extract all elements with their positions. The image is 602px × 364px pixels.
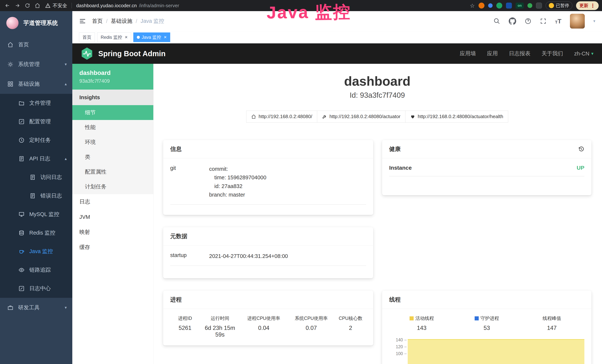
sba-nav-jvm[interactable]: JVM [72,209,153,225]
sba-nav-caches[interactable]: 缓存 [72,240,153,255]
process-col-pid: 进程ID5261 [170,315,200,338]
sidebar-item-access-log[interactable]: 访问日志 [0,168,72,187]
info-key: git [170,165,209,199]
document-icon [30,174,36,180]
breadcrumb-infra[interactable]: 基础设施 [111,17,132,25]
sba-language-select[interactable]: zh-CN ▾ [574,51,593,57]
address-bar[interactable]: 不安全 dashboard.yudao.iocoder.cn/infra/adm… [45,2,179,9]
card-title: 信息 [163,140,373,158]
sba-nav-config-props[interactable]: 配置属性 [72,164,153,179]
heart-icon [410,114,415,119]
clock-icon [19,137,24,143]
sba-nav-details[interactable]: 细节 [72,105,153,120]
sidebar-item-redis-monitor[interactable]: Redis 监控 [0,224,72,242]
sba-logo-icon[interactable] [81,47,93,60]
breadcrumb-home[interactable]: 首页 [92,17,103,25]
extension-icon-1[interactable] [479,3,484,9]
sidebar-item-label: 文件管理 [29,99,51,107]
sba-menu-about[interactable]: 关于我们 [542,50,563,57]
screen: 不安全 dashboard.yudao.iocoder.cn/infra/adm… [0,0,602,364]
font-size-icon[interactable]: TT [555,18,561,24]
sba-nav-logs[interactable]: 日志 [72,194,153,209]
instance-header[interactable]: dashboard 93a3fc7f7409 [72,64,153,90]
paused-label: 已暂停 [556,3,569,9]
sidebar-item-file-manage[interactable]: 文件管理 [0,94,72,112]
sidebar-item-log-center[interactable]: 日志中心 [0,279,72,298]
extension-icon-2[interactable] [488,3,493,8]
logo-avatar [6,17,19,29]
health-url-link[interactable]: http://192.168.0.2:48080/actuator/health [405,110,508,123]
process-col-system-cpu: 系统CPU使用率0.07 [288,315,335,338]
extension-on-badge[interactable]: on [516,3,524,9]
paused-chip[interactable]: 已暂停 [546,1,572,10]
annotation-java-monitor: Java 监控 [266,0,351,24]
close-icon[interactable]: × [164,34,167,40]
health-status-badge: UP [577,165,584,171]
sba-nav-mappings[interactable]: 映射 [72,225,153,240]
service-url-link[interactable]: http://192.168.0.2:48080/ [246,110,317,123]
sidebar-item-error-log[interactable]: 错误日志 [0,187,72,205]
health-key: Instance [389,165,412,171]
sba-nav-classes[interactable]: 类 [72,150,153,164]
sidebar-item-java-monitor[interactable]: Java 监控 [0,242,72,261]
git-id-line: id: 27aa832 [209,182,366,191]
sidebar-item-config-manage[interactable]: 配置管理 [0,112,72,131]
sba-nav-performance[interactable]: 性能 [72,120,153,135]
sba-nav-scheduled-tasks[interactable]: 计划任务 [72,179,153,194]
y-tick: 100 [396,351,403,356]
tab-home[interactable]: 首页 [79,32,95,42]
card-title: 元数据 [163,227,373,246]
actuator-url-link[interactable]: http://192.168.0.2:48080/actuator [317,110,406,123]
sba-nav-environment[interactable]: 环境 [72,135,153,150]
edit-icon [19,286,24,291]
sidebar-item-label: 日志中心 [29,285,51,292]
chart-plot-area [408,337,584,364]
update-button[interactable]: 更新 ⋮ [576,1,599,10]
sidebar-item-system[interactable]: 系统管理 ▾ [0,54,72,74]
back-icon[interactable] [3,1,11,10]
info-card: 信息 git commit: time: 1596289704000 id: 2… [163,140,373,215]
home-icon[interactable] [33,1,42,10]
tab-java-monitor[interactable]: Java 监控 × [133,32,170,42]
forward-icon[interactable] [13,1,22,10]
user-avatar[interactable] [570,14,585,29]
sidebar-item-scheduled-task[interactable]: 定时任务 [0,131,72,150]
sba-menu-wallboard[interactable]: 应用墙 [460,50,476,57]
sba-header: Spring Boot Admin 应用墙 应用 日志报表 关于我们 zh-CN… [72,43,602,64]
github-icon[interactable] [509,17,516,25]
extension-icon-4[interactable] [506,3,512,9]
help-icon[interactable] [525,18,531,24]
instance-name: dashboard [79,69,146,76]
fullscreen-icon[interactable] [540,18,547,24]
update-label: 更新 [579,3,588,9]
sba-menu-applications[interactable]: 应用 [487,50,498,57]
extension-icon-3[interactable] [496,3,502,9]
sidebar-item-trace[interactable]: 链路追踪 [0,261,72,279]
hamburger-icon[interactable] [79,18,86,25]
sidebar-item-infra[interactable]: 基础设施 ▴ [0,74,72,94]
process-col-process-cpu: 进程CPU使用率0.04 [240,315,287,338]
sidebar-item-mysql-monitor[interactable]: MySQL 监控 [0,205,72,224]
sidebar-item-label: Java 监控 [29,248,53,255]
app-logo[interactable]: 芋道管理系统 [0,11,72,35]
sidebar-item-devtools[interactable]: 研发工具 ▾ [0,298,72,317]
link-label: http://192.168.0.2:48080/ [259,114,312,119]
sba-menu-journal[interactable]: 日志报表 [509,50,530,57]
extension-icon-5[interactable] [527,3,532,8]
sidebar-item-label: 首页 [18,41,29,48]
infra-submenu: 文件管理 配置管理 定时任务 API 日志 ▴ 访问日志 [0,94,72,298]
caret-down-icon: ▾ [593,19,595,23]
briefcase-icon [7,305,13,310]
extension-icon-6[interactable] [536,3,542,9]
reload-icon[interactable] [23,1,32,10]
sidebar-item-home[interactable]: 首页 [0,35,72,54]
history-icon[interactable] [578,146,584,152]
sidebar-item-label: Redis 监控 [29,229,55,237]
close-icon[interactable]: × [125,34,128,40]
card-title: 健康 [389,145,401,153]
search-icon[interactable] [494,18,500,24]
tab-redis-monitor[interactable]: Redis 监控 × [97,32,131,42]
bookmark-star-icon[interactable]: ☆ [470,2,475,9]
sidebar-item-api-log[interactable]: API 日志 ▴ [0,150,72,168]
instance-id: 93a3fc7f7409 [79,78,146,84]
